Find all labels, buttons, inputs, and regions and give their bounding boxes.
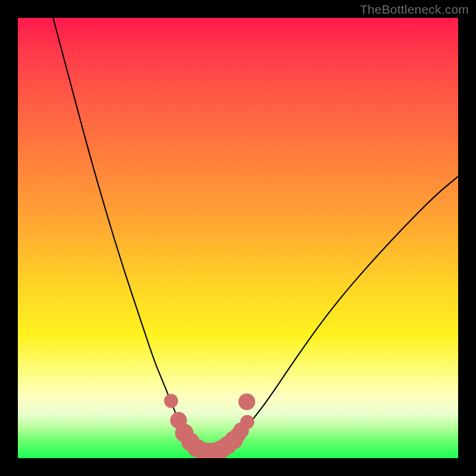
highlight-dot	[240, 415, 255, 430]
chart-frame: TheBottleneck.com	[0, 0, 476, 476]
bottleneck-curve	[18, 18, 458, 458]
marker-group	[164, 393, 255, 458]
plot-area	[18, 18, 458, 458]
highlight-dot	[164, 394, 178, 408]
highlight-dot	[239, 393, 255, 410]
watermark-text: TheBottleneck.com	[360, 2, 469, 17]
curve-path	[53, 18, 458, 452]
